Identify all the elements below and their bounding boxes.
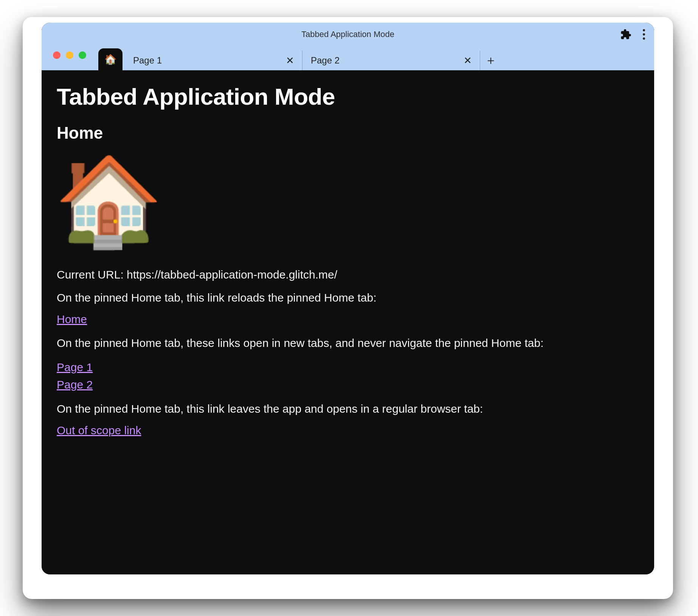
window-title: Tabbed Application Mode bbox=[42, 29, 654, 39]
tab-page-2[interactable]: Page 2 ✕ bbox=[302, 51, 480, 70]
app-window: Tabbed Application Mode 🏠 Page bbox=[42, 23, 654, 574]
extensions-icon[interactable] bbox=[620, 29, 631, 40]
minimize-window-button[interactable] bbox=[66, 51, 73, 59]
house-icon: 🏠 bbox=[54, 158, 639, 245]
link-home[interactable]: Home bbox=[57, 313, 639, 326]
tab-label: Page 1 bbox=[133, 55, 279, 66]
tab-page-1[interactable]: Page 1 ✕ bbox=[125, 51, 302, 70]
titlebar: Tabbed Application Mode bbox=[42, 23, 654, 46]
new-tab-button[interactable]: ＋ bbox=[480, 51, 501, 70]
current-url-text: Current URL: https://tabbed-application-… bbox=[57, 267, 639, 283]
home-icon: 🏠 bbox=[104, 54, 116, 64]
close-window-button[interactable] bbox=[53, 51, 60, 59]
menu-icon[interactable] bbox=[641, 27, 647, 42]
link-page-1[interactable]: Page 1 bbox=[57, 359, 639, 376]
link-out-of-scope[interactable]: Out of scope link bbox=[57, 424, 639, 437]
close-tab-icon[interactable]: ✕ bbox=[285, 55, 295, 66]
link-page-2[interactable]: Page 2 bbox=[57, 376, 639, 394]
tabstrip: 🏠 Page 1 ✕ Page 2 ✕ ＋ bbox=[42, 46, 654, 70]
paragraph-outofscope: On the pinned Home tab, this link leaves… bbox=[57, 401, 639, 417]
pinned-home-tab[interactable]: 🏠 bbox=[98, 48, 123, 70]
window-controls bbox=[53, 51, 86, 59]
maximize-window-button[interactable] bbox=[79, 51, 86, 59]
page-title: Tabbed Application Mode bbox=[57, 83, 639, 110]
paragraph-newtabs: On the pinned Home tab, these links open… bbox=[57, 336, 639, 351]
close-tab-icon[interactable]: ✕ bbox=[462, 55, 473, 66]
tab-label: Page 2 bbox=[311, 55, 457, 66]
section-heading: Home bbox=[57, 124, 639, 142]
link-list: Page 1 Page 2 bbox=[57, 359, 639, 394]
page-content: Tabbed Application Mode Home 🏠 Current U… bbox=[42, 70, 654, 574]
paragraph-reload: On the pinned Home tab, this link reload… bbox=[57, 290, 639, 306]
